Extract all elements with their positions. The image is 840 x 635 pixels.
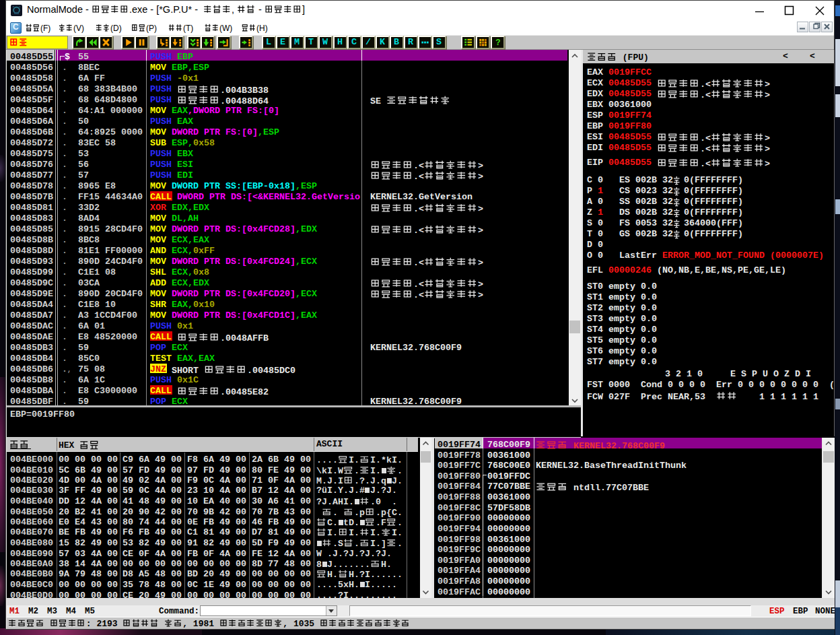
svg-text:?: ? xyxy=(495,38,500,48)
